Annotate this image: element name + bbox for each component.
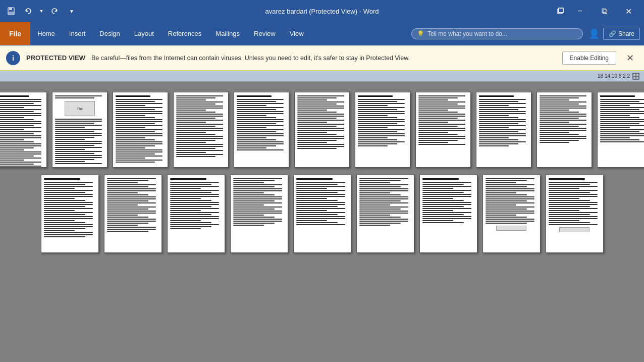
tell-me-search[interactable]: 💡 Tell me what you want to do... [411, 28, 583, 39]
lightbulb-icon: 💡 [417, 30, 424, 37]
ribbon-tabs: Home Insert Design Layout References Mai… [30, 22, 407, 45]
protected-view-label: PROTECTED VIEW [26, 54, 85, 62]
ruler-bar: 18 14 10 6 2 2 [0, 71, 644, 82]
ribbon-actions: 👤 🔗 Share [587, 22, 644, 45]
page-thumbnail-12[interactable] [41, 175, 99, 253]
svg-rect-2 [9, 12, 14, 14]
tab-mailings[interactable]: Mailings [208, 22, 247, 45]
restore-window-icon[interactable] [553, 4, 567, 18]
quick-access-toolbar: ▼ ▼ [4, 4, 79, 18]
pages-row-2 [10, 175, 634, 253]
title-bar: ▼ ▼ avarez bardari (Protected View) - Wo… [0, 0, 644, 22]
page-thumbnail-7[interactable] [355, 92, 410, 168]
document-area: The [0, 82, 644, 362]
minimize-button[interactable]: − [568, 4, 592, 19]
share-icon: 🔗 [609, 30, 616, 37]
info-icon: i [6, 51, 20, 65]
svg-marker-4 [55, 9, 57, 12]
page-thumbnail-13[interactable] [104, 175, 162, 253]
window-controls: − ⧉ ✕ [553, 4, 640, 19]
page-thumbnail-9[interactable] [476, 92, 531, 168]
account-icon[interactable]: 👤 [587, 27, 601, 41]
page-thumbnail-15[interactable] [230, 175, 288, 253]
enable-editing-button[interactable]: Enable Editing [562, 51, 616, 65]
page-thumbnail-5[interactable] [234, 92, 289, 168]
page-thumbnail-1[interactable] [0, 92, 47, 168]
page-thumbnail-16[interactable] [293, 175, 351, 253]
file-tab[interactable]: File [0, 22, 30, 45]
tab-design[interactable]: Design [92, 22, 127, 45]
restore-button[interactable]: ⧉ [593, 4, 616, 19]
close-banner-button[interactable]: ✕ [622, 50, 638, 66]
page-thumbnail-14[interactable] [167, 175, 225, 253]
page-thumbnail-4[interactable] [173, 92, 229, 168]
ribbon: File Home Insert Design Layout Reference… [0, 22, 644, 45]
tab-view[interactable]: View [283, 22, 311, 45]
svg-rect-1 [9, 8, 12, 10]
page-thumbnail-20[interactable] [546, 175, 604, 253]
search-placeholder: Tell me what you want to do... [427, 30, 507, 37]
save-icon[interactable] [4, 4, 18, 18]
page-thumbnail-17[interactable] [356, 175, 414, 253]
close-button[interactable]: ✕ [617, 4, 640, 19]
redo-icon[interactable] [47, 4, 62, 18]
share-button[interactable]: 🔗 Share [603, 28, 640, 40]
page-thumbnail-3[interactable] [113, 92, 168, 168]
page-thumbnail-2[interactable]: The [52, 92, 108, 168]
page-thumbnail-11[interactable] [597, 92, 644, 168]
tab-insert[interactable]: Insert [62, 22, 93, 45]
protected-view-message: Be careful—files from the Internet can c… [91, 55, 556, 62]
tab-home[interactable]: Home [30, 22, 62, 45]
ribbon-search-area: 💡 Tell me what you want to do... [411, 22, 583, 45]
pages-row-1: The [10, 92, 634, 168]
tab-layout[interactable]: Layout [127, 22, 161, 45]
svg-marker-3 [26, 9, 28, 12]
page-thumbnail-8[interactable] [415, 92, 471, 168]
customize-qat-icon[interactable]: ▼ [65, 4, 79, 18]
svg-rect-6 [559, 8, 563, 13]
undo-dropdown-icon[interactable]: ▼ [38, 4, 44, 18]
ruler-values: 18 14 10 6 2 2 [598, 73, 630, 79]
page-thumbnail-6[interactable] [294, 92, 350, 168]
page-thumbnail-18[interactable] [419, 175, 477, 253]
tab-references[interactable]: References [161, 22, 208, 45]
window-title: avarez bardari (Protected View) - Word [265, 8, 379, 15]
page-thumbnail-10[interactable] [536, 92, 592, 168]
protected-view-banner: i PROTECTED VIEW Be careful—files from t… [0, 45, 644, 71]
undo-icon[interactable] [21, 4, 35, 18]
tab-review[interactable]: Review [247, 22, 283, 45]
page-thumbnail-19[interactable] [482, 175, 541, 253]
